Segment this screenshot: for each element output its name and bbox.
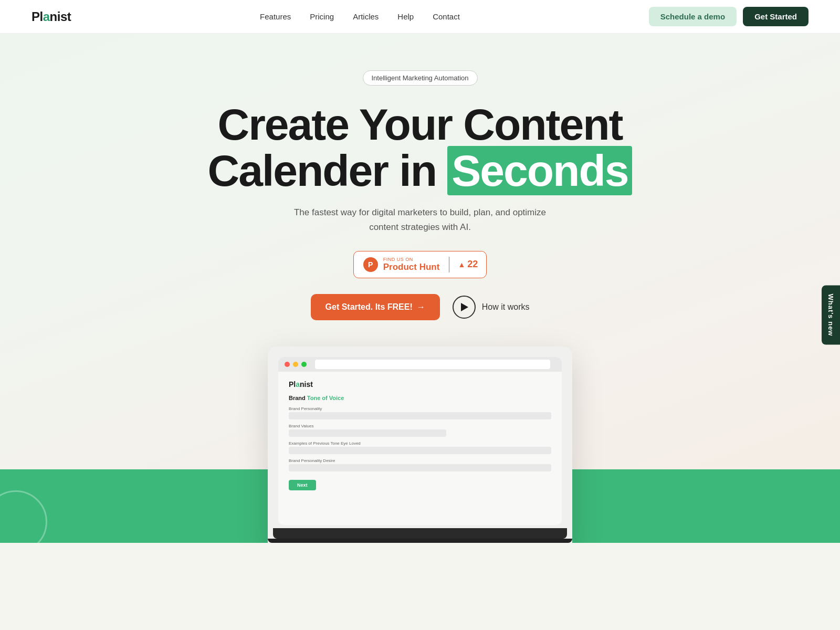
- hero-subtitle: The fastest way for digital marketers to…: [284, 205, 556, 234]
- logo-text: Planist: [32, 9, 71, 24]
- field-4-input: [289, 464, 551, 471]
- screen-next-button[interactable]: Next: [289, 480, 316, 490]
- ph-logo-icon: P: [363, 257, 378, 272]
- field-2-input: [289, 429, 446, 437]
- laptop-screen: Planist Brand Tone of Voice Brand Person…: [278, 357, 562, 525]
- navigation: Planist Features Pricing Articles Help C…: [0, 0, 840, 34]
- ph-text: FIND US ON Product Hunt: [383, 257, 440, 272]
- nav-pricing[interactable]: Pricing: [310, 12, 334, 21]
- arrow-icon: →: [417, 302, 425, 312]
- logo[interactable]: Planist: [32, 9, 71, 24]
- ph-name: Product Hunt: [383, 262, 440, 272]
- ph-left: P FIND US ON Product Hunt: [354, 257, 450, 272]
- whats-new-tab[interactable]: What's new: [822, 286, 840, 345]
- nav-actions: Schedule a demo Get Started: [649, 7, 808, 26]
- screen-field-2: Brand Values: [289, 424, 551, 437]
- ph-find-label: FIND US ON: [383, 257, 440, 262]
- field-1-input: [289, 412, 551, 419]
- schedule-demo-button[interactable]: Schedule a demo: [649, 7, 737, 26]
- nav-links: Features Pricing Articles Help Contact: [260, 12, 460, 21]
- btn-free-label: Get Started. Its FREE!: [326, 302, 413, 312]
- how-it-works-label: How it works: [482, 302, 530, 312]
- product-hunt-badge[interactable]: P FIND US ON Product Hunt ▲ 22: [353, 251, 487, 278]
- laptop-base: [273, 528, 567, 539]
- ph-vote-count: 22: [467, 259, 478, 270]
- screen-bar: [278, 357, 562, 372]
- screen-inner: Planist Brand Tone of Voice Brand Person…: [278, 357, 562, 525]
- dot-green: [301, 362, 307, 367]
- hero-title: Create Your Content Calender in Seconds: [208, 101, 633, 194]
- hero-highlight: Seconds: [447, 146, 632, 195]
- dot-red: [285, 362, 290, 367]
- field-3-label: Examples of Previous Tone Eye Loved: [289, 441, 551, 446]
- field-2-label: Brand Values: [289, 424, 551, 428]
- nav-help[interactable]: Help: [397, 12, 414, 21]
- ph-vote: ▲ 22: [449, 259, 486, 270]
- screen-logo: Planist: [289, 380, 551, 388]
- field-4-label: Brand Personality Desire: [289, 458, 551, 463]
- hero-section: Intelligent Marketing Automation Create …: [0, 34, 840, 543]
- nav-contact[interactable]: Contact: [433, 12, 460, 21]
- play-icon: [461, 303, 468, 311]
- nav-articles[interactable]: Articles: [353, 12, 379, 21]
- play-button[interactable]: [453, 296, 476, 319]
- field-3-input: [289, 447, 551, 454]
- laptop-mockup: Planist Brand Tone of Voice Brand Person…: [268, 346, 572, 543]
- field-1-label: Brand Personality: [289, 406, 551, 411]
- screen-field-4: Brand Personality Desire: [289, 458, 551, 471]
- how-it-works-button[interactable]: How it works: [453, 296, 530, 319]
- screen-section-title: Brand Tone of Voice: [289, 395, 551, 401]
- nav-features[interactable]: Features: [260, 12, 291, 21]
- circle-decoration: [0, 490, 47, 543]
- cta-row: Get Started. Its FREE! → How it works: [311, 294, 530, 320]
- laptop-bottom: [268, 539, 572, 543]
- dot-yellow: [293, 362, 298, 367]
- screen-field-3: Examples of Previous Tone Eye Loved: [289, 441, 551, 454]
- screen-field-1: Brand Personality: [289, 406, 551, 419]
- get-started-free-button[interactable]: Get Started. Its FREE! →: [311, 294, 440, 320]
- ph-arrow-icon: ▲: [458, 260, 465, 269]
- url-bar: [315, 360, 550, 369]
- screen-content: Planist Brand Tone of Voice Brand Person…: [278, 372, 562, 525]
- get-started-nav-button[interactable]: Get Started: [743, 7, 808, 26]
- hero-badge: Intelligent Marketing Automation: [363, 70, 478, 86]
